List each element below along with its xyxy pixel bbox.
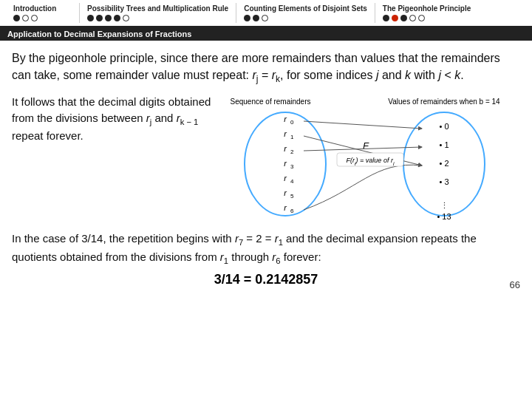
svg-text:4: 4 bbox=[290, 178, 294, 185]
svg-text:r: r bbox=[284, 174, 287, 183]
nav-section-introduction[interactable]: Introduction bbox=[6, 3, 80, 23]
svg-text:Sequence of remainders: Sequence of remainders bbox=[231, 98, 311, 106]
svg-text:Values of remainders when b = : Values of remainders when b = 14 bbox=[388, 98, 500, 106]
svg-text:• 13: • 13 bbox=[437, 212, 451, 221]
dot-2 bbox=[96, 15, 103, 21]
nav-dots-possibility-trees bbox=[87, 15, 228, 21]
svg-text:2: 2 bbox=[290, 149, 294, 155]
formula: 3/14 = 0.2142857 bbox=[12, 272, 520, 287]
dot-4 bbox=[114, 15, 120, 21]
nav-dots-counting bbox=[244, 15, 367, 21]
dot-3 bbox=[400, 15, 407, 21]
page-number: 66 bbox=[510, 279, 520, 290]
dot-2 bbox=[253, 15, 259, 21]
svg-text:0: 0 bbox=[290, 119, 294, 126]
dot-3 bbox=[262, 15, 268, 21]
nav-section-counting[interactable]: Counting Elements of Disjoint Sets bbox=[236, 3, 375, 23]
svg-text:r: r bbox=[284, 115, 287, 123]
dot-5 bbox=[123, 15, 129, 21]
bottom-paragraph: In the case of 3/14, the repetition begi… bbox=[12, 231, 520, 267]
svg-text:6: 6 bbox=[290, 208, 294, 214]
formula-text: 3/14 = 0.2142857 bbox=[214, 272, 318, 287]
svg-text:• 0: • 0 bbox=[439, 122, 449, 131]
svg-text:• 2: • 2 bbox=[439, 159, 449, 168]
diagram: Sequence of remainders r 0 r 1 r 2 r 3 r… bbox=[220, 94, 520, 223]
nav-dots-introduction bbox=[13, 15, 72, 21]
paragraph-1: By the pigeonhole principle, since there… bbox=[12, 50, 520, 86]
dot-1 bbox=[13, 15, 20, 21]
top-navigation: Introduction Possibility Trees and Multi… bbox=[0, 0, 532, 27]
svg-text:⋮: ⋮ bbox=[440, 201, 449, 210]
subtitle-bar: Application to Decimal Expansions of Fra… bbox=[0, 27, 532, 41]
middle-section: It follows that the decimal digits obtai… bbox=[12, 94, 520, 223]
svg-text:• 1: • 1 bbox=[439, 140, 449, 149]
svg-text:• 3: • 3 bbox=[439, 177, 449, 186]
p1-text: By the pigeonhole principle, since there… bbox=[12, 52, 500, 81]
dot-1 bbox=[244, 15, 250, 21]
nav-title-introduction: Introduction bbox=[13, 4, 72, 13]
dot-2 bbox=[22, 15, 29, 21]
subtitle-text: Application to Decimal Expansions of Fra… bbox=[7, 30, 191, 38]
svg-text:r: r bbox=[284, 144, 287, 153]
svg-text:r: r bbox=[284, 159, 287, 168]
svg-text:1: 1 bbox=[290, 134, 294, 140]
dot-2 bbox=[392, 15, 398, 21]
main-content: By the pigeonhole principle, since there… bbox=[0, 41, 532, 296]
dot-4 bbox=[409, 15, 416, 21]
nav-dots-pigeonhole bbox=[383, 15, 471, 21]
nav-title-pigeonhole: The Pigeonhole Principle bbox=[383, 4, 471, 13]
dot-3 bbox=[105, 15, 112, 21]
dot-5 bbox=[418, 15, 425, 21]
dot-3 bbox=[31, 15, 38, 21]
svg-text:3: 3 bbox=[290, 163, 294, 170]
left-paragraph: It follows that the decimal digits obtai… bbox=[12, 94, 211, 144]
left-text-content: It follows that the decimal digits obtai… bbox=[12, 95, 211, 142]
nav-section-pigeonhole[interactable]: The Pigeonhole Principle bbox=[375, 3, 478, 23]
dot-1 bbox=[87, 15, 94, 21]
nav-title-counting: Counting Elements of Disjoint Sets bbox=[244, 4, 367, 13]
dot-1 bbox=[383, 15, 389, 21]
nav-title-possibility-trees: Possibility Trees and Multiplication Rul… bbox=[87, 4, 228, 13]
svg-line-25 bbox=[304, 121, 422, 129]
nav-section-possibility-trees[interactable]: Possibility Trees and Multiplication Rul… bbox=[80, 3, 236, 23]
svg-text:F: F bbox=[363, 140, 369, 151]
svg-text:r: r bbox=[284, 188, 287, 197]
svg-text:r: r bbox=[284, 203, 287, 212]
svg-text:5: 5 bbox=[290, 193, 294, 200]
diagram-svg: Sequence of remainders r 0 r 1 r 2 r 3 r… bbox=[226, 94, 514, 223]
bottom-text-content: In the case of 3/14, the repetition begi… bbox=[12, 232, 477, 263]
svg-text:r: r bbox=[284, 129, 287, 138]
